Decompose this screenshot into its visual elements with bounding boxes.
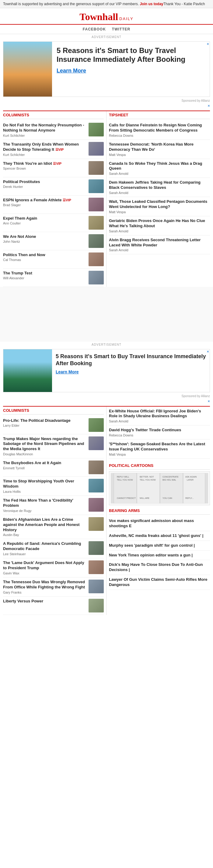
article-item[interactable]: We Are Not Alone John Nantz	[3, 232, 104, 250]
article-author: Veronique de Rugy	[3, 509, 86, 513]
ad-x-bottom[interactable]: ✕	[3, 104, 210, 107]
article-thumbnail	[88, 142, 104, 156]
article-item[interactable]: They Think You're an Idiot ☰VIP Spencer …	[3, 159, 104, 177]
tipsheet-item[interactable]: Ex-White House Official: FBI Ignored Joe…	[109, 407, 210, 426]
article-item[interactable]: A Republic of Sand: America's Crumbling …	[3, 539, 104, 558]
svg-text:CANNOT PREDICT: CANNOT PREDICT	[117, 497, 136, 499]
tipsheet-title: Tipsheet	[109, 111, 210, 119]
ad-label-1: ADVERTISEMENT	[0, 34, 213, 40]
join-link[interactable]: Join us today	[140, 2, 163, 6]
columnists2-list: Columnists Pro-Life: The Political Disad…	[3, 407, 104, 615]
article-text: Pro-Life: The Political Disadvantage Lar…	[3, 418, 86, 428]
vip-badge: ☰VIP	[63, 198, 71, 202]
article-thumbnail	[88, 179, 104, 193]
article-item[interactable]: Politics Then and Now Cal Thomas	[3, 250, 104, 269]
bearing-arms-item[interactable]: New York Times opinion editor wants a gu…	[109, 551, 210, 560]
article-author: John Nantz	[3, 240, 86, 243]
bearing-arms-item[interactable]: Murphy sees 'paradigm shift' for gun con…	[109, 541, 210, 551]
bearing-arms-article-title: Vox makes significant admission about ma…	[109, 518, 210, 529]
article-author: Ann Coulter	[3, 221, 86, 225]
columnists-section: Columnists Do Not Fall for the Normalcy …	[3, 111, 106, 287]
article-title: Pro-Life: The Political Disadvantage	[3, 418, 86, 423]
bearing-arms-title: Bearing Arms	[109, 507, 210, 515]
article-thumbnail	[88, 216, 104, 230]
ad-cta-1[interactable]: Learn More	[57, 68, 205, 74]
tipsheet-title: Calls for Dianne Feinstein to Resign Now…	[109, 123, 210, 133]
article-thumbnail	[88, 198, 104, 211]
tipsheet-author: Sarah Arnold	[109, 172, 210, 176]
article-thumbnail	[88, 517, 104, 531]
tipsheet-item[interactable]: 'S**tshow': Sewage-Soaked Beaches Are th…	[109, 439, 210, 459]
ad-title-2: 5 Reasons it's Smart to Buy Travel Insur…	[56, 353, 206, 367]
article-item[interactable]: Time to Stop Worshipping Youth Over Wisd…	[3, 477, 104, 496]
article-text: The Busybodies Are at It Again Emmett Ty…	[3, 461, 86, 470]
article-item[interactable]: ESPN Ignores a Female Athlete ☰VIP Brad …	[3, 195, 104, 214]
svg-text:BIG HOL WAL: BIG HOL WAL	[163, 479, 176, 481]
tipsheet-item[interactable]: Dem Hakeem Jeffries Taking Heat for Comp…	[109, 178, 210, 197]
site-header: Townhall Daily	[0, 8, 213, 25]
article-item[interactable]: The 'Lame Duck' Argument Does Not Apply …	[3, 558, 104, 578]
article-item[interactable]: Expel Them Again Ann Coulter	[3, 214, 104, 232]
tipsheet-item[interactable]: Wait, Those Leaked Classified Pentagon D…	[109, 197, 210, 216]
article-title: Expel Them Again	[3, 216, 86, 221]
tipsheet-author: Sarah Arnold	[109, 191, 210, 195]
tipsheet-item[interactable]: David Hogg's Twitter Tirade Continues Re…	[109, 426, 210, 439]
article-title: Liberty Versus Power	[3, 599, 86, 604]
tipsheet-item[interactable]: Tennessee Democrat: 'North Korea Has Mor…	[109, 140, 210, 159]
bearing-arms-item[interactable]: Asheville, NC media freaks about 11 'gho…	[109, 531, 210, 541]
article-text: Expel Them Again Ann Coulter	[3, 216, 86, 225]
article-item[interactable]: Pro-Life: The Political Disadvantage Lar…	[3, 416, 104, 434]
tipsheet-item[interactable]: Canada Is So Woke They Think Jesus Was a…	[109, 159, 210, 178]
political-cartoons-title: Political Cartoons	[109, 462, 210, 470]
article-thumbnail	[88, 498, 104, 512]
article-text: The Tennessee Duo Was Wrongly Removed Fr…	[3, 580, 86, 594]
bearing-arms-item[interactable]: Dick's May Have To Close Stores Due To A…	[109, 560, 210, 575]
article-item[interactable]: Liberty Versus Power	[3, 597, 104, 615]
article-item[interactable]: Do Not Fall for the Normalcy Presumption…	[3, 121, 104, 140]
article-author: Brad Slager	[3, 203, 86, 207]
article-text: They Think You're an Idiot ☰VIP Spencer …	[3, 161, 86, 170]
article-item[interactable]: Political Prostitutes Derek Hunter	[3, 177, 104, 195]
twitter-link[interactable]: TWITTER	[112, 27, 130, 31]
article-thumbnail	[88, 271, 104, 284]
ad-cta-2[interactable]: Learn More	[56, 369, 206, 374]
article-title: The Busybodies Are at It Again	[3, 461, 86, 466]
article-item[interactable]: Trump Makes Major News regarding the Sab…	[3, 434, 104, 459]
article-item[interactable]: The Tennessee Duo Was Wrongly Removed Fr…	[3, 578, 104, 597]
article-text: Politics Then and Now Cal Thomas	[3, 252, 86, 262]
top-banner: Townhall is supported by advertising and…	[0, 0, 213, 8]
tipsheet-title: Ex-White House Official: FBI Ignored Joe…	[109, 409, 210, 419]
tipsheet-title: Geriatric Biden Proves Once Again He Has…	[109, 218, 210, 229]
article-title: Politics Then and Now	[3, 252, 86, 258]
article-text: Time to Stop Worshipping Youth Over Wisd…	[3, 479, 86, 493]
ad-content-1: 5 Reasons it's Smart to Buy Travel Insur…	[52, 42, 210, 97]
article-title: Political Prostitutes	[3, 179, 86, 185]
main-content-top: Columnists Do Not Fall for the Normalcy …	[3, 111, 210, 287]
article-item[interactable]: The Transanity Only Ends When Women Deci…	[3, 140, 104, 159]
article-item[interactable]: The Trump Test Will Alexander	[3, 269, 104, 287]
cartoon-image: REPLY WILL TELL YOU HOW BETTER- NOT TELL…	[111, 473, 208, 503]
main-content-bottom: Columnists Pro-Life: The Political Disad…	[3, 406, 210, 615]
cartoon-image-box: REPLY WILL TELL YOU HOW BETTER- NOT TELL…	[109, 471, 210, 505]
article-item[interactable]: The Busybodies Are at It Again Emmett Ty…	[3, 458, 104, 477]
article-author: Derek Hunter	[3, 185, 86, 188]
logo-sub: Daily	[119, 17, 134, 21]
bearing-arms-item[interactable]: Lawyer Of Gun Victim Claims Semi-Auto Ri…	[109, 575, 210, 590]
tipsheet-item[interactable]: Geriatric Biden Proves Once Again He Has…	[109, 216, 210, 236]
ad-close-icon-2[interactable]: ✕	[207, 350, 209, 353]
tipsheet-item[interactable]: Alvin Bragg Receives Second Threatening …	[109, 236, 210, 255]
tipsheet-title: Wait, Those Leaked Classified Pentagon D…	[109, 199, 210, 210]
article-item[interactable]: Biden's Afghanistan Lies Are a Crime aga…	[3, 515, 104, 539]
article-item[interactable]: The Fed Has More Than a 'Credibility' Pr…	[3, 496, 104, 515]
article-author: Emmett Tyrrell	[3, 466, 86, 470]
ad-x-bottom-2[interactable]: ✕	[3, 400, 210, 403]
ad-close-icon-1[interactable]: ✕	[207, 42, 209, 46]
tipsheet2-list: Ex-White House Official: FBI Ignored Joe…	[109, 407, 210, 459]
bearing-arms-item[interactable]: Vox makes significant admission about ma…	[109, 516, 210, 531]
vip-badge: ☰VIP	[53, 162, 62, 165]
tipsheet-item[interactable]: Calls for Dianne Feinstein to Resign Now…	[109, 121, 210, 140]
columnists2-title: Columnists	[3, 407, 104, 414]
social-bar: FACEBOOK TWITTER	[0, 25, 213, 34]
article-author: Laura Hollis	[3, 490, 86, 493]
facebook-link[interactable]: FACEBOOK	[83, 27, 106, 31]
